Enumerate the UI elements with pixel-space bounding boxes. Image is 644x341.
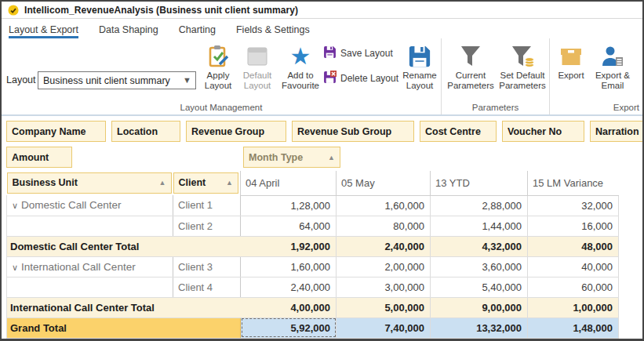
delete-layout-button[interactable]: Delete Layout (323, 71, 398, 86)
value-cell[interactable]: 80,000 (337, 216, 431, 236)
value-cell[interactable]: 2,40,000 (337, 236, 431, 256)
button-label: Export (553, 71, 589, 81)
value-cell[interactable]: 4,32,000 (431, 236, 528, 256)
business-unit-label: Domestic Call Center (21, 199, 122, 211)
field-label: Cost Centre (425, 126, 481, 137)
client-label: Client 2 (173, 216, 241, 236)
expand-chevron-icon[interactable]: ∨ (12, 201, 18, 210)
tab-charting[interactable]: Charting (179, 24, 216, 38)
apply-layout-button[interactable]: Apply Layout (199, 42, 237, 91)
field-chip-amount[interactable]: Amount (6, 147, 72, 168)
export-box-icon (559, 42, 583, 71)
value-cell[interactable]: 1,28,000 (241, 195, 337, 216)
field-label: Revenue Group (191, 126, 264, 137)
value-cell[interactable]: 5,40,000 (431, 277, 528, 297)
value-cell[interactable]: 1,48,000 (528, 317, 619, 338)
field-label: Voucher No (508, 126, 562, 137)
value-cell[interactable]: 48,000 (528, 236, 619, 256)
value-cell[interactable]: 2,40,000 (241, 277, 337, 297)
client-label: Client 4 (173, 277, 241, 297)
funnel-icon (459, 42, 482, 71)
default-layout-button[interactable]: Default Layout (238, 42, 276, 91)
button-label: Current Parameters (446, 71, 495, 91)
value-cell[interactable]: 32,000 (528, 195, 619, 216)
field-label: Month Type (249, 152, 303, 163)
pivot-header-row: Business Unit▲ Client▲ 04 April 05 May 1… (7, 171, 619, 195)
value-cell[interactable]: 1,92,000 (241, 236, 337, 256)
total-row-international: International Call Center Total 4,00,000… (7, 297, 619, 317)
ribbon: Layout Business unit client summary ▼ Ap… (2, 38, 642, 116)
value-cell[interactable]: 1,44,000 (431, 216, 528, 236)
value-cell[interactable]: 2,88,000 (431, 195, 528, 216)
field-chip-narration[interactable]: Narration (590, 121, 644, 142)
value-cell[interactable]: 3,60,000 (431, 256, 528, 277)
value-cell[interactable]: 7,40,000 (337, 317, 431, 338)
table-row: ∨International Call Center Client 3 1,60… (7, 256, 619, 277)
grand-total-row: Grand Total 5,92,000 7,40,000 13,32,000 … (7, 317, 619, 338)
value-cell[interactable]: 40,000 (528, 256, 619, 277)
field-chip-month-type[interactable]: Month Type ▲ (243, 147, 340, 168)
sort-ascending-icon[interactable]: ▲ (226, 179, 233, 187)
export-more-button[interactable]: Exp (636, 42, 644, 81)
ribbon-tab-bar: Layout & Export Data Shaping Charting Fi… (2, 19, 642, 38)
delete-floppy-icon (323, 71, 337, 86)
value-cell[interactable]: 1,60,000 (337, 195, 431, 216)
button-label: Rename Layout (397, 71, 442, 91)
button-label: Export & Email (591, 71, 635, 91)
current-parameters-button[interactable]: Current Parameters (446, 42, 495, 91)
field-chip-company-name[interactable]: Company Name (6, 121, 106, 142)
column-header-may[interactable]: 05 May (337, 171, 431, 195)
export-button[interactable]: Export (553, 42, 589, 81)
field-chip-business-unit[interactable]: Business Unit▲ (7, 172, 172, 194)
field-chip-revenue-sub-group[interactable]: Revenue Sub Group (292, 121, 414, 142)
save-layout-button[interactable]: Save Layout (323, 45, 393, 61)
button-label: Add to Favourite (278, 71, 323, 91)
funnel-coins-icon (510, 42, 535, 71)
layout-dropdown[interactable]: Business unit client summary ▼ (38, 71, 196, 89)
value-cell[interactable]: 16,000 (528, 216, 619, 236)
field-label: Location (117, 126, 158, 137)
value-cell[interactable]: 1,00,000 (528, 297, 619, 317)
tab-data-shaping[interactable]: Data Shaping (99, 24, 158, 38)
field-chip-client[interactable]: Client▲ (173, 172, 239, 194)
tab-layout-export[interactable]: Layout & Export (9, 24, 78, 38)
button-label: Save Layout (340, 48, 393, 59)
pivot-table: Business Unit▲ Client▲ 04 April 05 May 1… (6, 171, 619, 339)
layout-dropdown-value: Business unit client summary (43, 75, 170, 86)
column-header-ytd[interactable]: 13 YTD (431, 171, 528, 195)
value-cell[interactable]: 13,32,000 (431, 317, 528, 338)
field-chip-voucher-no[interactable]: Voucher No (502, 121, 584, 142)
export-email-button[interactable]: Export & Email (591, 42, 635, 91)
value-cell[interactable]: 3,00,000 (337, 277, 431, 297)
column-header-april[interactable]: 04 April (241, 171, 337, 195)
value-cell-selected[interactable]: 5,92,000 (241, 317, 337, 338)
title-bar: Intellicom_RevenueAnalysis (Business uni… (2, 2, 642, 19)
group-parameters: Current Parameters Set Default Parameter… (441, 38, 549, 114)
value-cell[interactable]: 5,00,000 (337, 297, 431, 317)
rename-layout-button[interactable]: Rename Layout (397, 42, 442, 91)
field-label: Amount (12, 152, 49, 163)
value-cell[interactable]: 64,000 (241, 216, 337, 236)
group-layout-management: Layout Business unit client summary ▼ Ap… (2, 38, 441, 114)
set-default-parameters-button[interactable]: Set Default Parameters (497, 42, 548, 91)
field-chip-location[interactable]: Location (111, 121, 180, 142)
tab-fields-settings[interactable]: Fields & Settings (236, 24, 310, 38)
value-cell[interactable]: 9,00,000 (431, 297, 528, 317)
client-label: Client 3 (173, 256, 241, 277)
value-cell[interactable]: 2,00,000 (337, 256, 431, 277)
rename-floppy-icon (408, 42, 431, 71)
field-chip-revenue-group[interactable]: Revenue Group (186, 121, 286, 142)
column-header-lm-variance[interactable]: 15 LM Variance (528, 171, 619, 195)
expand-chevron-icon[interactable]: ∨ (12, 263, 18, 272)
app-logo-icon (8, 5, 19, 16)
table-row: Client 2 64,000 80,000 1,44,000 16,000 (7, 216, 619, 236)
value-cell[interactable]: 1,60,000 (241, 256, 337, 277)
add-to-favourite-button[interactable]: ★ Add to Favourite (278, 42, 323, 91)
field-label: Company Name (12, 126, 86, 137)
sort-ascending-icon[interactable]: ▲ (328, 154, 335, 161)
value-cell[interactable]: 60,000 (528, 277, 619, 297)
button-label: Apply Layout (199, 71, 237, 91)
value-cell[interactable]: 4,00,000 (241, 297, 337, 317)
field-chip-cost-centre[interactable]: Cost Centre (420, 121, 497, 142)
sort-ascending-icon[interactable]: ▲ (159, 179, 166, 187)
